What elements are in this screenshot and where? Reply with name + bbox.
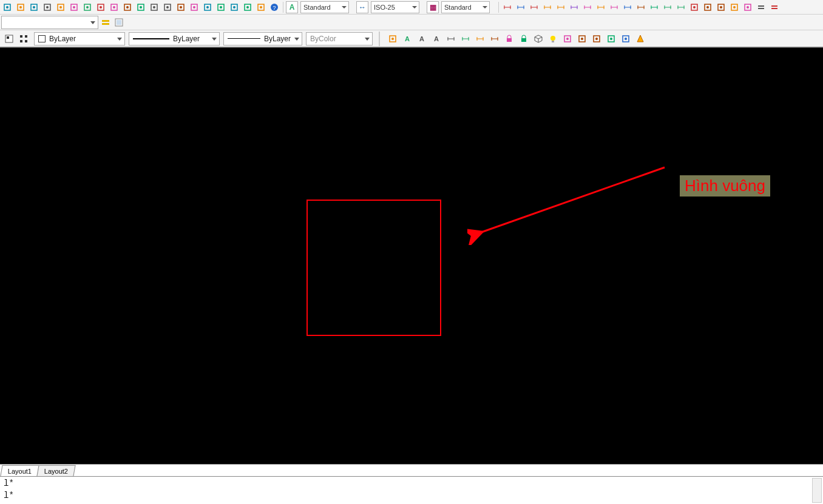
circle-cross-icon[interactable] [728, 1, 740, 13]
svg-point-33 [220, 6, 222, 8]
layer-props-icon[interactable] [2, 32, 16, 45]
layer-icon[interactable] [15, 1, 27, 13]
redo-icon[interactable] [95, 1, 107, 13]
vdim-green[interactable] [528, 1, 540, 13]
table-style-icon[interactable]: ▦ [427, 1, 439, 13]
abc-icon[interactable]: A [401, 32, 414, 45]
table-style-combo[interactable]: Standard [441, 1, 490, 13]
zoom-extents-icon[interactable] [148, 1, 160, 13]
ordinate-dim[interactable] [608, 1, 620, 13]
layout-tab-layout1[interactable]: Layout1 [0, 465, 39, 476]
edit-icon[interactable] [215, 1, 227, 13]
scissors-icon[interactable] [715, 1, 727, 13]
zoom-icon[interactable] [121, 1, 134, 13]
project-icon[interactable] [386, 32, 399, 45]
layer-manage-icon[interactable] [113, 16, 125, 29]
bulb-icon[interactable] [546, 32, 560, 45]
dimbreak-icon[interactable] [473, 32, 487, 45]
scrollbar[interactable] [812, 478, 822, 503]
vdim-red[interactable] [501, 1, 513, 13]
m-dim[interactable] [648, 1, 660, 13]
unlock-icon[interactable] [517, 32, 530, 45]
svg-rect-128 [552, 41, 554, 42]
sun-icon[interactable] [688, 1, 700, 13]
layers-icon[interactable] [228, 1, 240, 13]
equals-red[interactable] [755, 1, 767, 13]
svg-text:?: ? [273, 5, 276, 11]
linear-dim[interactable] [568, 1, 580, 13]
command-log[interactable]: l*l* [0, 476, 823, 504]
A-icon[interactable]: A [430, 32, 443, 45]
toolbar-row-1b [0, 15, 823, 30]
vdim-orange[interactable] [515, 1, 527, 13]
zoom-window-icon[interactable] [135, 1, 147, 13]
qr-icon-2[interactable] [17, 32, 30, 45]
radius-dim[interactable] [621, 1, 634, 13]
hand-icon[interactable] [108, 1, 120, 13]
svg-point-7 [46, 6, 49, 8]
textedit-icon[interactable]: A [415, 32, 428, 45]
pencil-icon[interactable] [41, 1, 53, 13]
separator [283, 2, 283, 13]
dim-style-icon[interactable]: ↔ [356, 1, 368, 13]
cone-icon[interactable] [634, 32, 647, 45]
dimlinear-icon[interactable] [444, 32, 458, 45]
arrow-down-blue-icon[interactable] [68, 1, 80, 13]
lineweight-combo[interactable]: ByLayer [223, 32, 302, 45]
cube-icon[interactable] [532, 32, 545, 45]
clipboard2-icon[interactable] [605, 32, 618, 45]
vdim-blue[interactable] [541, 1, 554, 13]
zoom-previous-icon[interactable] [161, 1, 174, 13]
svg-rect-105 [25, 35, 27, 38]
help-icon[interactable]: ? [268, 1, 280, 13]
target-icon[interactable] [702, 1, 714, 13]
stacked-icon[interactable] [742, 1, 754, 13]
svg-point-85 [693, 6, 696, 8]
linetype-combo[interactable]: ByLayer [129, 32, 220, 45]
vdim-purple[interactable] [555, 1, 567, 13]
calc-icon[interactable] [255, 1, 267, 13]
text-style-combo[interactable]: Standard [300, 1, 349, 13]
quick-layer-combo[interactable] [1, 16, 98, 29]
undo-icon[interactable] [81, 1, 93, 13]
svg-point-136 [610, 38, 612, 40]
svg-point-25 [166, 6, 169, 8]
dimangle-icon[interactable] [488, 32, 501, 45]
layer-states-icon[interactable] [100, 16, 112, 29]
lock-icon[interactable] [503, 32, 516, 45]
props-icon[interactable] [202, 1, 214, 13]
break-dim[interactable] [675, 1, 687, 13]
aligned-dim[interactable] [581, 1, 594, 13]
layout-tab-layout2[interactable]: Layout2 [37, 465, 76, 476]
arc-icon[interactable] [28, 1, 40, 13]
dimcontd-icon[interactable] [459, 32, 472, 45]
clipboard-icon[interactable] [242, 1, 254, 13]
box-dim[interactable] [662, 1, 674, 13]
svg-text:A: A [419, 35, 424, 42]
structure-icon[interactable] [175, 1, 187, 13]
sheet-icon[interactable] [188, 1, 200, 13]
svg-point-35 [233, 6, 235, 8]
angular-dim[interactable] [595, 1, 607, 13]
svg-point-3 [19, 6, 22, 8]
drawing-canvas[interactable]: Hình vuông [0, 47, 823, 464]
view-icon[interactable] [561, 32, 574, 45]
equals-orange[interactable] [768, 1, 781, 13]
dim-style-combo[interactable]: ISO-25 [371, 1, 419, 13]
svg-point-1 [6, 6, 8, 8]
svg-point-138 [625, 38, 627, 40]
svg-point-15 [100, 6, 102, 8]
annotation-label: Hình vuông [680, 175, 770, 197]
arc-dim[interactable] [635, 1, 647, 13]
sheet2-icon[interactable] [590, 32, 603, 45]
red-square-shape[interactable] [307, 200, 441, 336]
plotstyle-combo[interactable]: ByColor [306, 32, 373, 45]
window-layers-icon[interactable] [575, 32, 589, 45]
window-icon[interactable] [1, 1, 13, 13]
wrench-icon[interactable] [55, 1, 67, 13]
text-style-icon[interactable]: A [286, 1, 298, 13]
color-combo[interactable]: ByLayer [34, 32, 125, 45]
toolbar-row-1: ? A Standard ↔ ISO-25 ▦ Standard [0, 0, 823, 15]
layout-tabs: Layout1Layout2 [0, 464, 823, 476]
layers3-icon[interactable] [619, 32, 632, 45]
